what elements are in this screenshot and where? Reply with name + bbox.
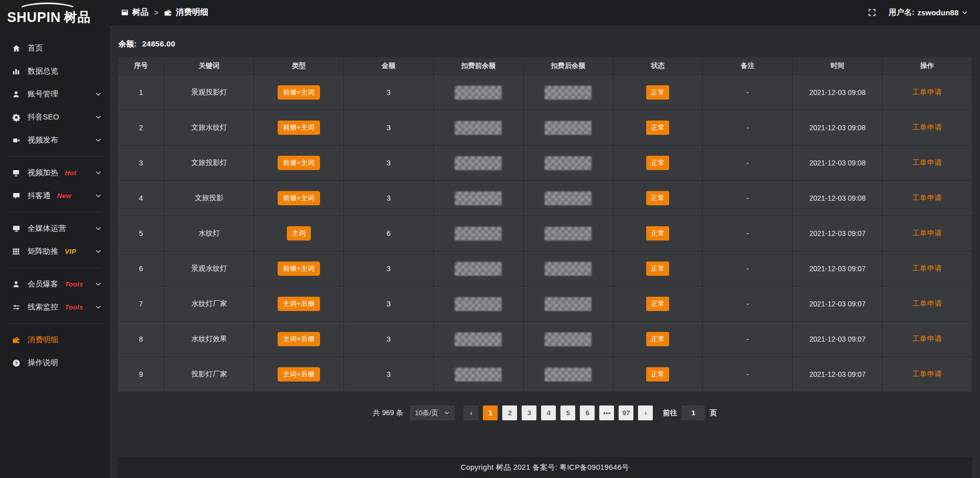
breadcrumb: 树品 > 消费明细 bbox=[121, 7, 208, 18]
goto-page-input[interactable] bbox=[681, 405, 705, 420]
grid-icon bbox=[11, 247, 21, 256]
cell-balance-before bbox=[433, 75, 523, 110]
page-button[interactable]: 4 bbox=[541, 405, 556, 420]
sidebar-item[interactable]: 全媒体运营 bbox=[0, 217, 110, 240]
goto-page: 前往 页 bbox=[663, 405, 717, 420]
cell-balance-after bbox=[523, 75, 613, 110]
cell-type: 主词+后缀 bbox=[254, 322, 344, 357]
user-menu[interactable]: 用户名: zswodun88 bbox=[889, 8, 968, 17]
cell-action: 工单申请 bbox=[883, 110, 972, 146]
sidebar-item[interactable]: 视频发布 bbox=[0, 129, 110, 152]
brand-logo[interactable]: SHUPIN 树品 bbox=[0, 0, 110, 31]
sidebar-item-label: 线索监控 bbox=[28, 302, 58, 312]
page-button[interactable]: 97 bbox=[619, 405, 633, 420]
goto-label: 前往 bbox=[663, 409, 677, 418]
breadcrumb-home[interactable]: 树品 bbox=[121, 7, 149, 18]
sidebar-divider bbox=[7, 268, 103, 268]
cell-time: 2021-12-03 09:07 bbox=[793, 286, 883, 322]
page-button[interactable]: ••• bbox=[599, 405, 614, 420]
cell-status: 正常 bbox=[613, 322, 703, 357]
redacted-balance-after bbox=[545, 156, 592, 170]
sidebar-item-label: 矩阵助推 bbox=[28, 247, 58, 256]
ticket-request-link[interactable]: 工单申请 bbox=[913, 158, 942, 166]
chevron-down-icon bbox=[95, 137, 102, 144]
ticket-request-link[interactable]: 工单申请 bbox=[913, 370, 942, 378]
page-button[interactable]: 1 bbox=[483, 405, 498, 420]
table-row: 5 水纹灯 主词 6 bbox=[118, 216, 972, 251]
cell-status: 正常 bbox=[613, 146, 703, 181]
prev-page-button[interactable]: ‹ bbox=[463, 405, 478, 420]
ticket-request-link[interactable]: 工单申请 bbox=[913, 334, 942, 343]
sidebar-item[interactable]: 抖音SEO bbox=[0, 106, 110, 129]
sidebar-item[interactable]: 消费明细 bbox=[0, 328, 110, 351]
column-header: 金额 bbox=[344, 57, 433, 75]
status-badge: 正常 bbox=[646, 297, 669, 311]
video-icon bbox=[11, 136, 21, 145]
next-page-button[interactable]: › bbox=[638, 405, 653, 420]
balance-value: 24856.00 bbox=[142, 39, 175, 48]
cell-remark: - bbox=[703, 110, 793, 146]
monitor-icon bbox=[11, 224, 21, 233]
ticket-request-link[interactable]: 工单申请 bbox=[913, 194, 942, 202]
ticket-request-link[interactable]: 工单申请 bbox=[913, 123, 942, 131]
ticket-request-link[interactable]: 工单申请 bbox=[913, 299, 942, 307]
ticket-request-link[interactable]: 工单申请 bbox=[913, 229, 942, 237]
sidebar-divider bbox=[7, 323, 103, 324]
sidebar-item[interactable]: 数据总览 bbox=[0, 60, 110, 83]
content-area: 余额: 24856.00 序号关键词类型金额扣费前余额扣费后余额状态备注时间操作… bbox=[110, 26, 980, 478]
chevron-down-icon bbox=[95, 91, 102, 98]
sidebar-item[interactable]: 会员爆客 Tools bbox=[0, 273, 110, 296]
cell-status: 正常 bbox=[613, 110, 703, 146]
table-row: 3 文旅投影灯 前缀+主词 3 bbox=[118, 146, 972, 181]
cell-remark: - bbox=[703, 146, 793, 181]
sidebar-item-label: 抖客通 bbox=[28, 191, 51, 201]
status-badge: 正常 bbox=[646, 226, 669, 241]
breadcrumb-home-label: 树品 bbox=[132, 7, 149, 18]
breadcrumb-current-label: 消费明细 bbox=[176, 7, 208, 18]
sidebar-divider bbox=[7, 156, 103, 157]
cell-time: 2021-12-03 09:07 bbox=[793, 322, 883, 357]
column-header: 备注 bbox=[703, 57, 793, 75]
sidebar-item[interactable]: 首页 bbox=[0, 37, 110, 60]
balance-label: 余额: bbox=[118, 39, 137, 48]
sidebar-item-badge: Hot bbox=[65, 169, 77, 177]
redacted-balance-before bbox=[455, 121, 502, 135]
redacted-balance-before bbox=[455, 227, 502, 241]
cell-remark: - bbox=[703, 322, 793, 357]
cell-balance-after bbox=[523, 110, 613, 146]
ticket-request-link[interactable]: 工单申请 bbox=[913, 264, 942, 272]
fullscreen-icon[interactable] bbox=[868, 8, 876, 17]
chevron-down-icon bbox=[95, 281, 102, 288]
cell-balance-before bbox=[433, 181, 523, 216]
cell-type: 前缀+主词 bbox=[254, 146, 344, 181]
redacted-balance-after bbox=[545, 297, 592, 311]
cell-action: 工单申请 bbox=[883, 357, 972, 392]
redacted-balance-after bbox=[545, 121, 592, 135]
cell-index: 1 bbox=[118, 75, 164, 110]
sliders-icon bbox=[11, 303, 21, 312]
page-button[interactable]: 3 bbox=[522, 405, 536, 420]
page-button[interactable]: 5 bbox=[560, 405, 575, 420]
sidebar-item[interactable]: 视频加热 Hot bbox=[0, 161, 110, 184]
column-header: 状态 bbox=[613, 57, 703, 75]
page-button[interactable]: 6 bbox=[580, 405, 595, 420]
sidebar-item[interactable]: 线索监控 Tools bbox=[0, 296, 110, 319]
cell-balance-before bbox=[433, 322, 523, 357]
ticket-request-link[interactable]: 工单申请 bbox=[913, 88, 942, 96]
sidebar-item-badge: New bbox=[57, 192, 71, 200]
sidebar-item[interactable]: ? 操作说明 bbox=[0, 351, 110, 374]
page-button[interactable]: 2 bbox=[502, 405, 517, 420]
breadcrumb-current[interactable]: 消费明细 bbox=[164, 7, 208, 18]
cell-keyword: 投影灯厂家 bbox=[164, 357, 254, 392]
cell-balance-before bbox=[433, 146, 523, 181]
sidebar-item[interactable]: 抖客通 New bbox=[0, 184, 110, 207]
table-row: 4 文旅投影 前缀+主词 3 bbox=[118, 181, 972, 216]
app-root: SHUPIN 树品 首页 数据总览 bbox=[0, 0, 980, 478]
page-size-select[interactable]: 10条/页 bbox=[410, 405, 455, 420]
cell-keyword: 水纹灯 bbox=[164, 216, 254, 251]
redacted-balance-after bbox=[545, 192, 592, 205]
sidebar-item[interactable]: 矩阵助推 VIP bbox=[0, 240, 110, 263]
sidebar-item-label: 账号管理 bbox=[28, 89, 58, 99]
sidebar-item[interactable]: 账号管理 bbox=[0, 83, 110, 106]
cell-type: 主词+后缀 bbox=[254, 286, 344, 322]
